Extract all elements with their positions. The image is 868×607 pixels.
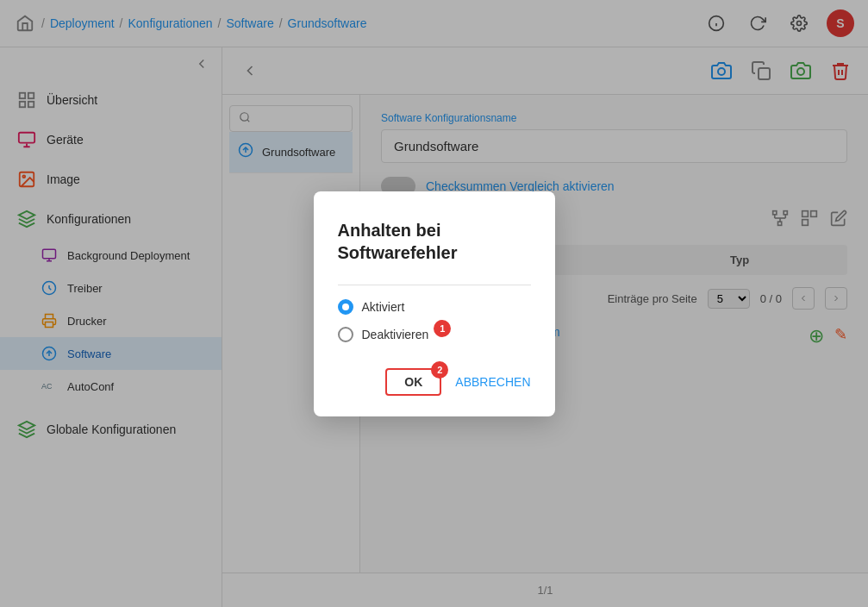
option-aktiviert-label: Aktiviert [362, 300, 405, 314]
modal-option-deaktiviert[interactable]: Deaktivieren 1 [338, 327, 429, 342]
modal-divider [338, 285, 531, 285]
cancel-button[interactable]: ABBRECHEN [455, 375, 530, 389]
radio-aktiviert[interactable] [338, 299, 353, 315]
badge-1: 1 [434, 320, 451, 337]
modal-overlay: Anhalten bei Softwarefehler Aktiviert De… [0, 0, 868, 607]
modal: Anhalten bei Softwarefehler Aktiviert De… [314, 191, 555, 416]
modal-title: Anhalten bei Softwarefehler [338, 219, 531, 264]
option-deaktiviert-label: Deaktivieren [362, 328, 429, 341]
modal-actions: OK 2 ABBRECHEN [338, 368, 531, 396]
badge-2: 2 [431, 361, 448, 379]
modal-option-aktiviert[interactable]: Aktiviert [338, 299, 531, 315]
radio-deaktiviert[interactable] [338, 327, 353, 342]
ok-btn-wrap: OK 2 [385, 368, 441, 396]
